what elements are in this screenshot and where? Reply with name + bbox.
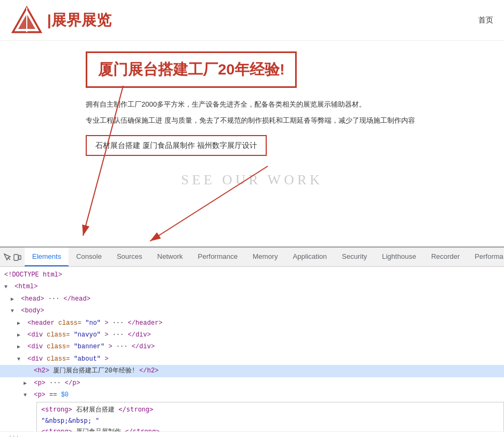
main-content: 厦门展台搭建工厂20年经验! 拥有自主制作工厂2000多平方米，生产设备先进齐全… bbox=[0, 41, 504, 193]
tab-application[interactable]: Application bbox=[285, 248, 335, 266]
ellipsis-indicator: ··· bbox=[9, 433, 19, 440]
logo-text: |展界展览 bbox=[47, 10, 111, 31]
tab-security[interactable]: Security bbox=[334, 248, 374, 266]
logo-area: |展界展览 bbox=[11, 5, 111, 35]
devtools-tabs: Elements Console Sources Network Perform… bbox=[25, 248, 504, 266]
html-body-line[interactable]: <body> bbox=[0, 305, 504, 317]
code-highlight-box: <strong> 石材展台搭建 </strong> "&nbsp;&nbsp; … bbox=[36, 402, 504, 431]
expand-about-icon[interactable] bbox=[17, 355, 24, 364]
desc-text-2: 专业工程队伍确保施工进 度与质量，免去了不规范的制作损耗和工期延沓等弊端，减少了… bbox=[86, 114, 418, 128]
expand-header-icon[interactable] bbox=[17, 319, 24, 328]
html-head-line[interactable]: <head> ··· </head> bbox=[0, 293, 504, 305]
headline-box: 厦门展台搭建工厂20年经验! bbox=[86, 51, 297, 88]
expand-navyo-icon[interactable] bbox=[17, 331, 24, 340]
html-banner-line[interactable]: <div class= "banner" > ··· </div> bbox=[0, 341, 504, 353]
html-p1-line[interactable]: <p> ··· </p> bbox=[0, 377, 504, 389]
strong1-line[interactable]: <strong> 石材展台搭建 </strong> bbox=[41, 404, 499, 415]
expand-head-icon[interactable] bbox=[11, 295, 17, 304]
webpage-preview: |展界展览 首页 厦门展台搭建工厂20年经验! 拥有自主制作工厂2000多平方米… bbox=[0, 0, 504, 246]
nbsp1-line[interactable]: "&nbsp;&nbsp; " bbox=[41, 415, 499, 426]
tab-console[interactable]: Console bbox=[69, 248, 109, 266]
html-navyo-line[interactable]: <div class= "navyo" > ··· </div> bbox=[0, 329, 504, 341]
logo-icon bbox=[11, 5, 43, 35]
links-text: 石材展台搭建 厦门食品展制作 福州数字展厅设计 bbox=[95, 141, 257, 150]
tab-elements[interactable]: Elements bbox=[25, 248, 69, 266]
device-toolbar-icon[interactable] bbox=[13, 251, 21, 264]
html-h2-line[interactable]: <h2> 厦门展台搭建工厂20年经验! </h2> bbox=[0, 365, 504, 377]
tab-recorder[interactable]: Recorder bbox=[424, 248, 467, 266]
tab-network[interactable]: Network bbox=[150, 248, 191, 266]
expand-p1-icon[interactable] bbox=[24, 379, 30, 388]
svg-rect-9 bbox=[19, 256, 21, 259]
html-p2-line[interactable]: <p> == $0 bbox=[0, 389, 504, 401]
see-work-text: SEE OUR WORK bbox=[86, 172, 418, 188]
links-box: 石材展台搭建 厦门食品展制作 福州数字展厅设计 bbox=[86, 135, 267, 156]
html-root-line[interactable]: <html> bbox=[0, 281, 504, 293]
nav-home-link[interactable]: 首页 bbox=[478, 16, 493, 25]
tab-performance[interactable]: Performance bbox=[190, 248, 245, 266]
html-header-line[interactable]: <header class= "no" > ··· </header> bbox=[0, 317, 504, 329]
expand-banner-icon[interactable] bbox=[17, 342, 24, 352]
headline-text: 厦门展台搭建工厂20年经验! bbox=[98, 61, 284, 78]
devtools-html-content: <!DOCTYPE html> <html> <head> ··· </head… bbox=[0, 267, 504, 431]
tab-lighthouse[interactable]: Lighthouse bbox=[374, 248, 424, 266]
html-about-line[interactable]: <div class= "about" > bbox=[0, 353, 504, 365]
svg-rect-8 bbox=[14, 255, 18, 260]
expand-html-icon[interactable] bbox=[4, 282, 11, 291]
site-header: |展界展览 首页 bbox=[0, 0, 504, 41]
tab-sources[interactable]: Sources bbox=[109, 248, 150, 266]
html-doctype-line[interactable]: <!DOCTYPE html> bbox=[0, 269, 504, 281]
strong2-line[interactable]: <strong> 厦门食品展制作 </strong> bbox=[41, 426, 499, 431]
tab-memory[interactable]: Memory bbox=[245, 248, 285, 266]
devtools-panel: Elements Console Sources Network Perform… bbox=[0, 246, 504, 441]
expand-body-icon[interactable] bbox=[11, 307, 17, 316]
expand-p2-icon[interactable] bbox=[24, 391, 30, 400]
svg-line-7 bbox=[8, 258, 10, 260]
desc-text-1: 拥有自主制作工厂2000多平方米，生产设备先进齐全，配备各类相关的展览展示辅助器… bbox=[86, 98, 418, 111]
inspect-element-icon[interactable] bbox=[3, 251, 12, 264]
devtools-toolbar: Elements Console Sources Network Perform… bbox=[0, 248, 504, 267]
h2-no-expand bbox=[24, 367, 30, 376]
line-indicator: ··· bbox=[0, 431, 504, 441]
tab-performance2[interactable]: Performa… bbox=[467, 248, 504, 266]
